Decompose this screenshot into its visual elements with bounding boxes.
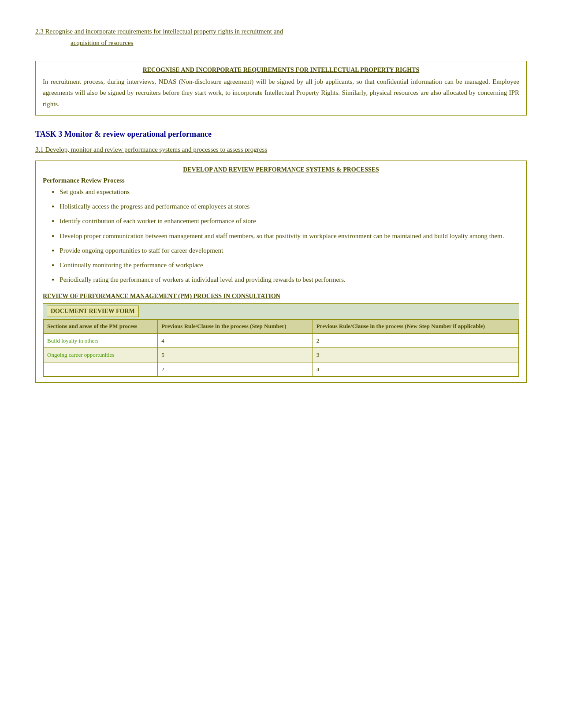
ipr-box: RECOGNISE AND INCORPORATE REQUIREMENTS F…: [35, 61, 527, 116]
bullet-dot-5: •: [52, 246, 54, 257]
table-row-2: Ongoing career opportunities 5 3: [44, 348, 519, 362]
bullet-text-2: Holistically access the progress and per…: [60, 202, 519, 212]
document-review-table: DOCUMENT REVIEW FORM Sections and areas …: [43, 303, 519, 377]
row3-col3: 4: [313, 362, 518, 377]
performance-box-title: DEVELOP AND REVIEW PERFORMANCE SYSTEMS &…: [43, 166, 519, 173]
review-table: Sections and areas of the PM process Pre…: [43, 319, 519, 377]
bullet-item-3: • Identify contribution of each worker i…: [43, 216, 519, 227]
performance-bullet-list: • Set goals and expectations • Holistica…: [43, 187, 519, 286]
bullet-item-2: • Holistically access the progress and p…: [43, 202, 519, 213]
review-pm-title: REVIEW OF PERFORMANCE MANAGEMENT (PM) PR…: [43, 293, 519, 300]
row2-col1: Ongoing career opportunities: [44, 348, 158, 362]
heading-line-1: 2.3 Recognise and incorporate requiremen…: [35, 26, 527, 37]
table-row-1: Build loyalty in others 4 2: [44, 333, 519, 348]
row1-col2: 4: [158, 333, 313, 348]
task3-heading: TASK 3 Monitor & review operational perf…: [35, 130, 527, 139]
row3-col1: [44, 362, 158, 377]
bullet-text-3: Identify contribution of each worker in …: [60, 216, 519, 226]
bullet-text-7: Periodically rating the performance of w…: [60, 275, 519, 285]
bullet-text-1: Set goals and expectations: [60, 187, 519, 197]
bullet-item-4: • Develop proper communication between m…: [43, 231, 519, 242]
bullet-text-6: Continually monitoring the performance o…: [60, 260, 519, 270]
bullet-dot-7: •: [52, 275, 54, 286]
bullet-text-5: Provide ongoing opportunities to staff f…: [60, 246, 519, 256]
table-row-3: 2 4: [44, 362, 519, 377]
table-header-row: Sections and areas of the PM process Pre…: [44, 320, 519, 333]
bullet-text-4: Develop proper communication between man…: [60, 231, 519, 241]
section-23-heading: 2.3 Recognise and incorporate requiremen…: [35, 26, 527, 47]
performance-review-title: Performance Review Process: [43, 177, 519, 184]
row2-col3: 3: [313, 348, 518, 362]
row1-col3: 2: [313, 333, 518, 348]
performance-box: DEVELOP AND REVIEW PERFORMANCE SYSTEMS &…: [35, 161, 527, 383]
row1-col1: Build loyalty in others: [44, 333, 158, 348]
heading-line-2: acquisition of resources: [71, 39, 527, 47]
bullet-dot-4: •: [52, 231, 54, 242]
bullet-dot-3: •: [52, 216, 54, 227]
bullet-item-7: • Periodically rating the performance of…: [43, 275, 519, 286]
col-header-2: Previous Rule/Clause in the process (Ste…: [158, 320, 313, 333]
bullet-dot-1: •: [52, 187, 54, 198]
bullet-dot-2: •: [52, 202, 54, 213]
row2-col2: 5: [158, 348, 313, 362]
section-31-link[interactable]: 3.1 Develop, monitor and review performa…: [35, 146, 527, 153]
doc-review-form-title: DOCUMENT REVIEW FORM: [47, 306, 139, 317]
bullet-item-5: • Provide ongoing opportunities to staff…: [43, 246, 519, 257]
bullet-item-6: • Continually monitoring the performance…: [43, 260, 519, 271]
ipr-box-body: In recruitment process, during interview…: [43, 76, 519, 110]
ipr-box-title: RECOGNISE AND INCORPORATE REQUIREMENTS F…: [43, 67, 519, 74]
row3-col2: 2: [158, 362, 313, 377]
col-header-1: Sections and areas of the PM process: [44, 320, 158, 333]
col-header-3: Previous Rule/Clause in the process (New…: [313, 320, 518, 333]
bullet-item-1: • Set goals and expectations: [43, 187, 519, 198]
bullet-dot-6: •: [52, 260, 54, 271]
